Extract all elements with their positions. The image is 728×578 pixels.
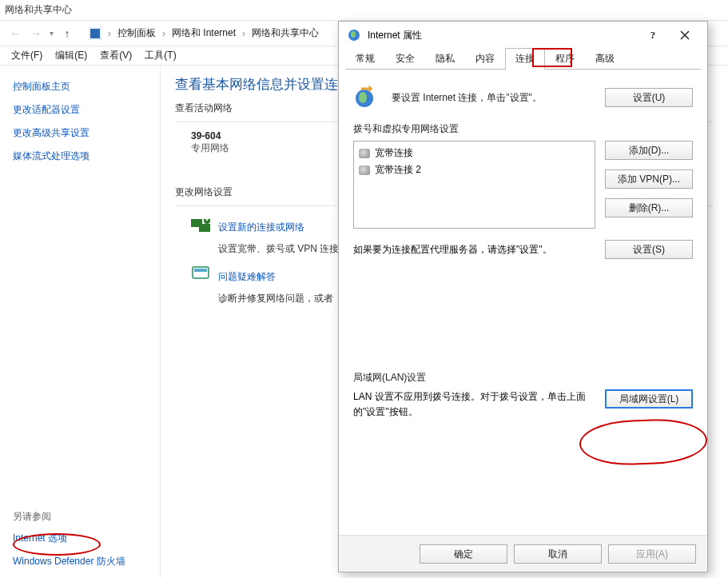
settings-button[interactable]: 设置(S): [605, 240, 693, 259]
modem-icon: [359, 165, 370, 175]
svg-point-8: [351, 31, 356, 38]
dialog-footer: 确定 取消 应用(A): [339, 535, 707, 572]
help-button[interactable]: ?: [637, 23, 669, 47]
dial-item[interactable]: 宽带连接 2: [359, 161, 590, 178]
sidebar-item-home[interactable]: 控制面板主页: [13, 75, 147, 98]
sidebar-item-media[interactable]: 媒体流式处理选项: [13, 145, 147, 168]
dialog-body: 要设置 Internet 连接，单击"设置"。 设置(U) 拨号和虚拟专用网络设…: [339, 70, 707, 535]
window-title: 网络和共享中心: [5, 3, 72, 17]
globe-icon: [347, 28, 361, 42]
tab-security[interactable]: 安全: [385, 48, 425, 70]
menu-edit[interactable]: 编辑(E): [50, 47, 92, 64]
setup-connection-title: 设置新的连接或网络: [218, 216, 304, 239]
breadcrumb-3[interactable]: 网络和共享中心: [252, 26, 319, 40]
tab-privacy[interactable]: 隐私: [425, 48, 465, 70]
forward-button[interactable]: →: [27, 25, 45, 42]
add-button[interactable]: 添加(D)...: [605, 141, 693, 160]
annotation-circle-lan-settings: [579, 417, 708, 467]
lan-text: LAN 设置不应用到拨号连接。对于拨号设置，单击上面的"设置"按钮。: [353, 389, 595, 420]
setup-connection-icon: [191, 216, 210, 233]
dialog-title: Internet 属性: [368, 29, 422, 42]
tab-general[interactable]: 常规: [345, 48, 385, 70]
breadcrumb-2[interactable]: 网络和 Internet: [172, 26, 236, 40]
menu-view[interactable]: 查看(V): [95, 47, 137, 64]
svg-rect-4: [206, 216, 208, 221]
svg-rect-1: [199, 224, 210, 232]
sidebar: 控制面板主页 更改适配器设置 更改高级共享设置 媒体流式处理选项 另请参阅 In…: [0, 66, 160, 578]
lan-settings-button[interactable]: 局域网设置(L): [605, 389, 693, 409]
up-button[interactable]: ↑: [58, 25, 76, 42]
see-also-label: 另请参阅: [13, 507, 147, 527]
breadcrumb-1[interactable]: 控制面板: [117, 26, 156, 40]
see-also-internet-options[interactable]: Internet 选项: [13, 527, 147, 550]
add-vpn-button[interactable]: 添加 VPN(P)...: [605, 169, 693, 189]
apply-button[interactable]: 应用(A): [608, 544, 696, 564]
tab-connections[interactable]: 连接: [505, 48, 545, 70]
see-also-defender[interactable]: Windows Defender 防火墙: [13, 550, 147, 573]
window-titlebar: 网络和共享中心: [0, 0, 728, 21]
svg-rect-6: [194, 269, 207, 272]
menu-tools[interactable]: 工具(T): [140, 47, 181, 64]
tab-advanced[interactable]: 高级: [585, 48, 625, 70]
ok-button[interactable]: 确定: [420, 544, 507, 564]
troubleshoot-icon: [191, 265, 210, 283]
svg-point-12: [359, 92, 367, 103]
tab-programs[interactable]: 程序: [545, 48, 585, 70]
remove-button[interactable]: 删除(R)...: [605, 198, 693, 217]
dial-group-label: 拨号和虚拟专用网络设置: [353, 122, 693, 136]
internet-properties-dialog: Internet 属性 ? 常规 安全 隐私 内容 连接 程序 高级 要设置 I…: [338, 21, 708, 572]
troubleshoot-title: 问题疑难解答: [218, 265, 276, 289]
sidebar-item-adapter[interactable]: 更改适配器设置: [13, 98, 147, 122]
cancel-button[interactable]: 取消: [514, 544, 602, 564]
tab-strip: 常规 安全 隐私 内容 连接 程序 高级: [345, 49, 701, 70]
globe-arrow-icon: [353, 84, 380, 111]
dialog-titlebar: Internet 属性 ?: [339, 22, 707, 49]
dial-list[interactable]: 宽带连接 宽带连接 2: [353, 141, 595, 229]
see-also-section: 另请参阅 Internet 选项 Windows Defender 防火墙: [13, 507, 147, 573]
back-button[interactable]: ←: [6, 25, 24, 42]
breadcrumb-sep: ›: [105, 28, 114, 39]
modem-icon: [359, 149, 370, 158]
history-dropdown[interactable]: ▾: [48, 29, 55, 38]
tab-content[interactable]: 内容: [465, 48, 505, 70]
dial-item[interactable]: 宽带连接: [359, 145, 590, 161]
lan-group-label: 局域网(LAN)设置: [353, 371, 693, 385]
close-button[interactable]: [669, 23, 701, 47]
control-panel-icon: [89, 27, 101, 40]
proxy-text: 如果要为连接配置代理服务器，请选择"设置"。: [353, 243, 595, 257]
setup-text: 要设置 Internet 连接，单击"设置"。: [392, 91, 594, 105]
sidebar-item-sharing[interactable]: 更改高级共享设置: [13, 122, 147, 145]
setup-button[interactable]: 设置(U): [605, 88, 693, 107]
menu-file[interactable]: 文件(F): [6, 47, 47, 64]
